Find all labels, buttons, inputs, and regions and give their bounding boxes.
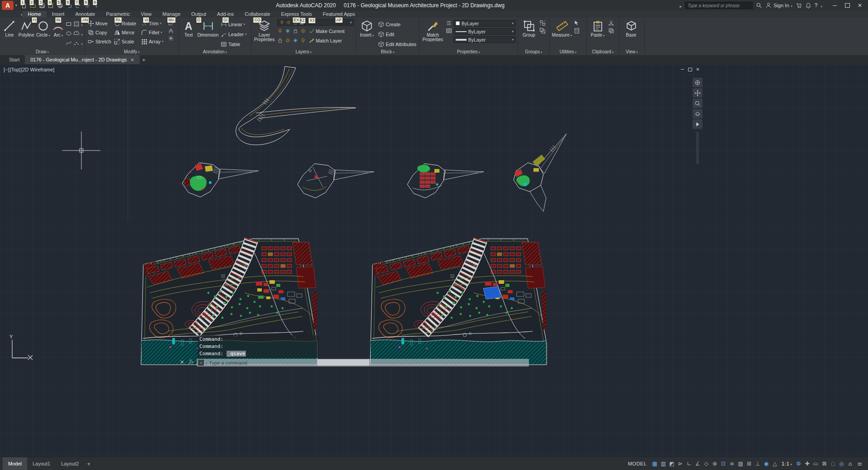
app-menu-caret-icon[interactable] [15, 4, 17, 7]
layer-isolate-icon[interactable] [300, 28, 306, 34]
annotation-scale[interactable]: 1:1 [779, 458, 794, 470]
annotation-panel-label[interactable]: Annotation [179, 49, 251, 55]
revision-cloud-icon[interactable] [73, 30, 80, 37]
app-store-icon[interactable] [796, 2, 802, 9]
utilities-panel-label[interactable]: Utilities [550, 49, 586, 55]
transparency-icon[interactable]: ▨ [736, 458, 745, 470]
flyout-caret-icon[interactable] [81, 29, 83, 38]
modify-panel-label[interactable]: Modify [85, 49, 179, 55]
groups-panel-label[interactable]: Groups [518, 49, 549, 55]
help-caret-icon[interactable] [821, 1, 822, 9]
layer-properties-button[interactable]: Layer Properties [253, 19, 276, 49]
properties-list-icon[interactable] [446, 20, 452, 26]
grid-icon[interactable]: ▦ [651, 458, 659, 470]
annotation-monitor-icon[interactable]: ✚ [803, 458, 811, 470]
ortho-icon[interactable]: ∟ [685, 458, 693, 470]
show-motion-icon[interactable] [693, 119, 703, 129]
isodraft-icon[interactable]: ◇ [702, 458, 711, 470]
layer-unlock-icon[interactable] [277, 38, 283, 43]
copy-clip-icon[interactable] [608, 28, 614, 34]
mirror-button[interactable]: Mirror [113, 28, 140, 37]
explode-icon[interactable] [168, 35, 174, 42]
point-icon[interactable] [73, 40, 80, 46]
tab-add-ins[interactable]: Add-ins GI [212, 11, 239, 18]
model-space-button[interactable]: MODEL [624, 461, 651, 466]
quick-select-icon[interactable] [574, 20, 580, 26]
make-current-button[interactable]: Make Current [308, 27, 346, 35]
osnap-icon[interactable]: ⊡ [719, 458, 728, 470]
isolate-objects-icon[interactable]: ◌ [829, 458, 837, 470]
ungroup-icon[interactable] [539, 20, 546, 26]
minimize-button[interactable] [828, 0, 841, 10]
tab-view[interactable]: View VI [136, 11, 157, 18]
help-button[interactable]: ? [815, 2, 818, 9]
object-color-dropdown[interactable]: ByLayer [453, 20, 516, 27]
polar-tracking-icon[interactable]: ∠ [693, 458, 702, 470]
contour-outline-drawing[interactable] [236, 66, 356, 145]
table-button[interactable]: Table [220, 40, 248, 48]
draw-panel-label[interactable]: Draw [0, 49, 85, 55]
paste-button[interactable]: Paste [589, 19, 607, 49]
layer-off-icon[interactable] [277, 28, 283, 34]
highlighted-region[interactable] [483, 287, 501, 299]
group-edit-icon[interactable] [539, 28, 546, 34]
snap-mode-icon[interactable]: ▥ [659, 458, 668, 470]
match-layer-button[interactable]: Match Layer [308, 36, 343, 45]
model-tab[interactable]: Model [3, 457, 27, 470]
line-button[interactable]: Line [2, 19, 17, 49]
drawing-minimize-button[interactable] [679, 66, 686, 72]
floor-plan-drawing-4[interactable] [514, 134, 566, 212]
layer-bulb-icon[interactable] [300, 38, 306, 43]
start-tab[interactable]: Start [4, 55, 25, 64]
block-panel-label[interactable]: Block [356, 49, 419, 55]
floor-plan-drawing-2[interactable] [297, 164, 374, 198]
scale-button[interactable]: Scale [113, 38, 140, 46]
steering-wheel-icon[interactable] [693, 78, 703, 87]
properties-panel-label[interactable]: Properties [420, 49, 518, 55]
new-layout-button[interactable] [84, 457, 93, 470]
tab-home[interactable]: Home H [23, 11, 47, 18]
polyline-button[interactable]: Polyline [19, 19, 34, 49]
quick-properties-icon[interactable]: ▭ [811, 458, 820, 470]
close-document-icon[interactable] [131, 57, 134, 62]
spline-icon[interactable] [66, 40, 72, 46]
move-button[interactable]: Move [87, 19, 113, 28]
notifications-icon[interactable] [805, 2, 811, 9]
drawing-restore-button[interactable] [687, 66, 693, 72]
viewport-view-control[interactable]: [Top] [10, 67, 21, 72]
osnap-tracking-icon[interactable]: ⊕ [711, 458, 719, 470]
rectangle-icon[interactable] [66, 21, 72, 27]
dimension-button[interactable]: Dimension [198, 19, 218, 49]
search-icon[interactable] [756, 2, 762, 9]
tab-manage[interactable]: Manage MA [157, 11, 186, 18]
recent-commands-caret-icon[interactable] [206, 359, 208, 367]
lock-ui-icon[interactable]: ⊠ [820, 458, 829, 470]
sign-in-button[interactable]: Sign In [765, 2, 793, 9]
tab-parametric[interactable]: Parametric PA [100, 11, 135, 18]
close-command-window-icon[interactable] [180, 359, 184, 365]
floor-plan-drawing-3[interactable] [407, 164, 484, 198]
hatch-icon[interactable] [73, 21, 80, 27]
lineweight-icon[interactable]: ≡ [728, 458, 736, 470]
clipboard-panel-label[interactable]: Clipboard [587, 49, 619, 55]
fillet-button[interactable]: Fillet [140, 28, 166, 37]
command-input[interactable] [209, 360, 528, 366]
dynamic-ucs-icon[interactable]: ⊥ [754, 458, 762, 470]
qat-customize-button[interactable]: 9 [92, 1, 101, 10]
array-button[interactable]: Array [140, 38, 166, 46]
lineweight-dropdown[interactable]: ByLayer [453, 36, 516, 43]
app-menu-button[interactable] [2, 1, 14, 10]
tab-annotate[interactable]: Annotate AN [70, 11, 100, 18]
new-tab-button[interactable] [140, 55, 148, 64]
search-expand-icon[interactable] [680, 1, 682, 9]
copy-button[interactable]: Copy [87, 28, 113, 37]
maximize-button[interactable] [841, 0, 854, 10]
group-button[interactable]: Group [520, 19, 538, 49]
tab-featured-apps[interactable]: Featured Apps AP [317, 11, 361, 18]
dynamic-input-icon[interactable]: ⊳ [676, 458, 685, 470]
insert-block-button[interactable]: Insert [358, 19, 376, 49]
site-plan-drawing-right[interactable] [370, 239, 547, 365]
autoscale-icon[interactable]: △ [771, 458, 779, 470]
layer-freeze-icon[interactable] [285, 28, 291, 34]
layer-thaw-all-icon[interactable] [285, 38, 291, 43]
